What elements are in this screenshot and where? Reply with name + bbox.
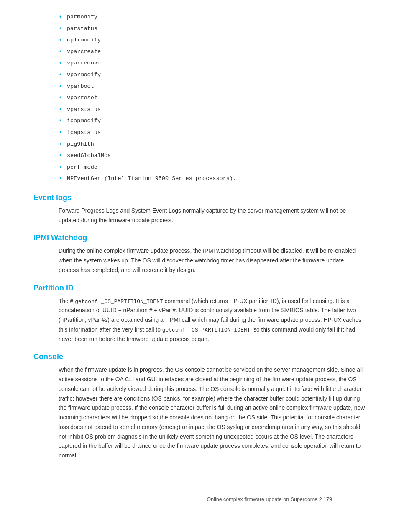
ipmi-watchdog-body: During the online complex firmware updat… — [33, 247, 366, 275]
page-wrapper: parmodifyparstatuscplxmodifyvparcreatevp… — [33, 13, 366, 515]
event-logs-section: Event logs Forward Progress Logs and Sys… — [33, 193, 366, 226]
partition-id-body: The # getconf _CS_PARTITION_IDENT comman… — [33, 297, 366, 344]
event-logs-body: Forward Progress Logs and System Event L… — [33, 206, 366, 226]
bullet-item: parstatus — [59, 24, 366, 33]
bullet-item: icapstatus — [59, 128, 366, 137]
partition-id-heading: Partition ID — [33, 284, 366, 293]
console-text: When the firmware update is in progress,… — [59, 365, 366, 461]
console-section: Console When the firmware update is in p… — [33, 352, 366, 461]
console-body: When the firmware update is in progress,… — [33, 365, 366, 461]
ipmi-watchdog-heading: IPMI Watchdog — [33, 234, 366, 242]
bullet-item: MPEventGen (Intel Itanium 9500 Series pr… — [59, 174, 366, 183]
bullet-item: vparboot — [59, 82, 366, 91]
bullet-item: seedGlobalMca — [59, 151, 366, 160]
partition-id-code-2: getconf _CS_PARTITION_IDENT — [162, 327, 251, 333]
event-logs-text: Forward Progress Logs and System Event L… — [59, 206, 366, 226]
console-heading: Console — [33, 352, 366, 361]
partition-id-code-1: getconf _CS_PARTITION_IDENT — [75, 298, 163, 305]
bullet-item: plg9hlth — [59, 140, 366, 149]
bullet-item: vparstatus — [59, 105, 366, 114]
bullet-item: vparcreate — [59, 47, 366, 57]
bullet-item: perf-mode — [59, 163, 366, 172]
page-footer: Online complex firmware update on Superd… — [207, 496, 332, 502]
bullet-item: vparreset — [59, 93, 366, 103]
partition-id-section: Partition ID The # getconf _CS_PARTITION… — [33, 284, 366, 344]
footer-text: Online complex firmware update on Superd… — [207, 496, 332, 502]
event-logs-heading: Event logs — [33, 193, 366, 202]
bullet-item: vparmodify — [59, 70, 366, 80]
partition-id-text: The # getconf _CS_PARTITION_IDENT comman… — [59, 297, 366, 344]
bullet-item: cplxmodify — [59, 36, 366, 45]
bullet-list: parmodifyparstatuscplxmodifyvparcreatevp… — [33, 13, 366, 183]
bullet-item: icapmodify — [59, 116, 366, 126]
bullet-item: vparremove — [59, 59, 366, 68]
ipmi-watchdog-section: IPMI Watchdog During the online complex … — [33, 234, 366, 275]
ipmi-watchdog-text: During the online complex firmware updat… — [59, 247, 366, 275]
bullet-item: parmodify — [59, 13, 366, 22]
